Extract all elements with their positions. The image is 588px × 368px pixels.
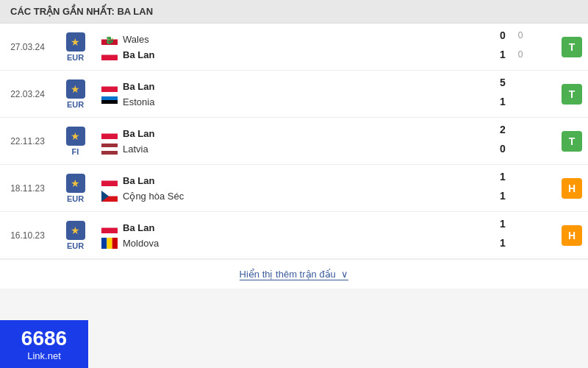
main-score-2: 1 [497, 96, 509, 107]
scores-wrapper: 1 1 [497, 212, 556, 258]
tournament-icon: ★ [66, 174, 85, 193]
star-icon: ★ [71, 177, 80, 189]
main-score-2: 1 [497, 49, 509, 60]
scores-wrapper: 1 1 [497, 165, 556, 211]
team-name: Ba Lan [123, 49, 154, 60]
match-date: 18.11.23 [0, 165, 55, 211]
main-score-1: 5 [497, 77, 509, 88]
team-row: Cộng hòa Séc [101, 191, 491, 202]
section-header: CÁC TRẬN GẦN NHẤT: BA LAN [0, 0, 588, 24]
flag-team2 [101, 96, 118, 107]
flag-team2 [101, 144, 118, 155]
tournament-icon: ★ [66, 79, 85, 99]
main-score-1: 0 [497, 29, 509, 41]
svg-rect-10 [101, 128, 118, 134]
logo-overlay: 6686 Link.net [0, 320, 88, 368]
match-teams: Ba Lan Moldova [96, 212, 497, 258]
scores-wrapper: 0 0 1 0 [497, 24, 556, 70]
match-row: 22.11.23 ★ FI Ba Lan Latvia 2 [0, 118, 588, 165]
match-tournament: ★ EUR [55, 71, 96, 117]
result-col: H [556, 212, 588, 258]
team-row: Ba Lan [101, 222, 491, 233]
match-teams: Ba Lan Estonia [96, 71, 497, 117]
svg-rect-23 [107, 238, 112, 249]
score-line-1: 1 [497, 169, 509, 184]
svg-text:🐉: 🐉 [105, 35, 115, 45]
result-badge: H [562, 225, 582, 246]
sub-score: 0 [514, 30, 526, 40]
team-row: Moldova [101, 238, 491, 249]
flag-team1 [101, 222, 118, 233]
match-date: 27.03.24 [0, 24, 55, 70]
result-badge: T [562, 131, 582, 152]
main-score-2: 1 [497, 237, 509, 249]
team-row: Ba Lan [101, 128, 491, 139]
team-name: Ba Lan [123, 222, 154, 233]
main-score-1: 1 [497, 218, 509, 230]
matches-list: 27.03.24 ★ EUR 🐉 Wales Ba Lan 0 [0, 24, 588, 259]
team-name: Cộng hòa Séc [123, 191, 184, 202]
svg-rect-9 [101, 104, 118, 107]
main-score-1: 1 [497, 171, 509, 183]
show-more-label: Hiển thị thêm trận đấu ∨ [240, 269, 349, 280]
score-line-1: 1 [497, 216, 509, 231]
match-date: 22.11.23 [0, 118, 55, 164]
flag-team1: 🐉 [101, 34, 118, 45]
svg-rect-4 [101, 54, 118, 60]
score-line-2: 1 0 [497, 47, 526, 62]
main-score-2: 1 [497, 190, 509, 202]
team-row: Ba Lan [101, 81, 491, 92]
tournament-label: EUR [67, 53, 84, 62]
logo-number: 6686 [21, 327, 67, 350]
match-row: 27.03.24 ★ EUR 🐉 Wales Ba Lan 0 [0, 24, 588, 71]
score-line-1: 5 [497, 75, 509, 90]
svg-rect-3 [101, 49, 118, 55]
header-title: CÁC TRẬN GẦN NHẤT: BA LAN [10, 6, 153, 17]
match-teams: Ba Lan Latvia [96, 118, 497, 164]
team-name: Latvia [123, 144, 148, 155]
score-line-2: 1 [497, 188, 509, 203]
tournament-icon: ★ [66, 127, 85, 146]
result-badge: T [562, 84, 582, 105]
logo-text: Link.net [27, 350, 61, 361]
svg-rect-24 [112, 238, 118, 249]
match-tournament: ★ EUR [55, 24, 96, 70]
score-line-1: 2 [497, 122, 509, 137]
match-row: 18.11.23 ★ EUR Ba Lan Cộng hòa Séc 1 [0, 165, 588, 212]
star-icon: ★ [71, 224, 80, 236]
team-name: Ba Lan [123, 128, 154, 139]
flag-team2 [101, 49, 118, 60]
tournament-icon: ★ [66, 221, 85, 240]
match-date: 16.10.23 [0, 212, 55, 258]
match-date: 22.03.24 [0, 71, 55, 117]
svg-rect-22 [101, 238, 107, 249]
team-name: Estonia [123, 96, 154, 107]
svg-rect-21 [101, 227, 118, 233]
match-tournament: ★ EUR [55, 212, 96, 258]
tournament-label: EUR [67, 194, 84, 203]
svg-rect-8 [101, 100, 118, 104]
result-col: T [556, 24, 588, 70]
main-score-2: 0 [497, 143, 509, 155]
svg-rect-5 [101, 81, 118, 87]
svg-rect-15 [101, 175, 118, 181]
chevron-down-icon: ∨ [341, 269, 348, 280]
svg-rect-14 [101, 151, 118, 155]
tournament-label: EUR [67, 241, 84, 250]
show-more-button[interactable]: Hiển thị thêm trận đấu ∨ [0, 259, 588, 289]
star-icon: ★ [71, 36, 80, 48]
svg-rect-16 [101, 180, 118, 186]
flag-team1 [101, 175, 118, 186]
svg-rect-13 [101, 144, 118, 147]
score-line-1: 0 0 [497, 28, 526, 43]
match-row: 16.10.23 ★ EUR Ba Lan Moldova 1 [0, 212, 588, 259]
svg-rect-6 [101, 86, 118, 92]
matches-container: CÁC TRẬN GẦN NHẤT: BA LAN 27.03.24 ★ EUR… [0, 0, 588, 289]
star-icon: ★ [71, 130, 80, 142]
result-badge: H [562, 178, 582, 199]
result-col: T [556, 71, 588, 117]
tournament-label: EUR [67, 100, 84, 109]
result-col: H [556, 165, 588, 211]
team-row: Ba Lan [101, 49, 491, 60]
team-name: Ba Lan [123, 175, 154, 186]
